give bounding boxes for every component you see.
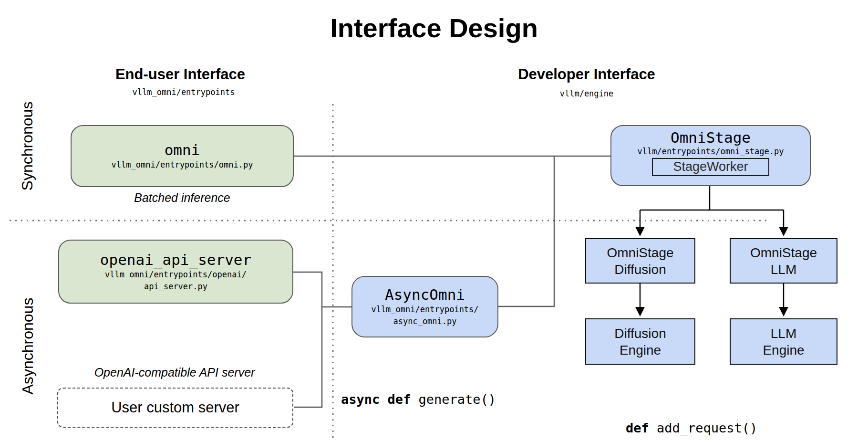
omnistage-diffusion-line2: Diffusion — [614, 261, 666, 278]
node-stage-worker: StageWorker — [652, 158, 769, 176]
llm-engine-line1: LLM — [771, 325, 796, 342]
code-rest: generate() — [411, 392, 496, 407]
node-diffusion-engine: Diffusion Engine — [585, 318, 695, 365]
node-openai-api-server: openai_api_server vllm_omni/entrypoints/… — [58, 240, 293, 304]
code-line: def add_request() — [626, 419, 773, 437]
omni-path: vllm_omni/entrypoints/omni.py — [112, 159, 253, 171]
omni-stage-title: OmniStage — [671, 129, 751, 147]
async-omni-title: AsyncOmni — [385, 286, 465, 304]
row-label-synchronous: Synchronous — [18, 88, 37, 204]
page-title: Interface Design — [0, 12, 868, 43]
llm-engine-line2: Engine — [763, 342, 804, 358]
code-keyword: def — [626, 421, 649, 435]
omni-stage-path: vllm/entrypoints/omni_stage.py — [637, 147, 784, 156]
node-omni: omni vllm_omni/entrypoints/omni.py — [71, 125, 294, 187]
column-header-developer: Developer Interface — [467, 66, 706, 83]
code-rest: add_request() — [649, 421, 758, 435]
stage-worker-label: StageWorker — [673, 159, 748, 174]
column-header-end-user: End-user Interface — [61, 66, 300, 83]
openai-path-line2: api_server.py — [144, 281, 207, 293]
node-async-omni: AsyncOmni vllm_omni/entrypoints/ async_o… — [351, 276, 498, 337]
node-llm-engine: LLM Engine — [730, 318, 837, 365]
node-omnistage-llm: OmniStage LLM — [730, 238, 837, 284]
diagram-canvas: Interface Design End-user Interface vllm… — [0, 0, 868, 442]
caption-batched-inference: Batched inference — [71, 191, 294, 205]
connector-asyncomni-to-omnistage-line — [498, 157, 554, 306]
caption-openai-compatible: OpenAI-compatible API server — [55, 366, 294, 379]
async-code-block: async def generate() async def abort() +… — [341, 353, 527, 442]
omnistage-llm-line1: OmniStage — [750, 244, 817, 261]
openai-title: openai_api_server — [100, 251, 251, 269]
def-code-block: def add_request() def abort_request() de… — [626, 381, 773, 442]
openai-path-line1: vllm_omni/entrypoints/openai/ — [105, 269, 247, 281]
node-omni-stage: OmniStage vllm/entrypoints/omni_stage.py… — [610, 125, 811, 186]
async-omni-path-line2: async_omni.py — [393, 316, 456, 327]
omnistage-diffusion-line1: OmniStage — [607, 244, 673, 261]
column-path-end-user: vllm_omni/entrypoints — [64, 87, 303, 97]
omnistage-llm-line2: LLM — [771, 261, 796, 278]
code-line: async def generate() — [341, 390, 527, 409]
row-label-asynchronous: Asynchronous — [18, 284, 37, 408]
column-path-developer: vllm/engine — [467, 89, 706, 98]
code-keyword: async def — [341, 392, 411, 407]
connector-openai-to-usercustom — [293, 272, 322, 407]
diffusion-engine-line1: Diffusion — [614, 325, 666, 342]
user-custom-server-label: User custom server — [111, 399, 239, 416]
diffusion-engine-line2: Engine — [620, 342, 661, 358]
async-omni-path-line1: vllm_omni/entrypoints/ — [371, 304, 478, 316]
node-omnistage-diffusion: OmniStage Diffusion — [585, 238, 695, 284]
omni-title: omni — [165, 141, 200, 159]
node-user-custom-server: User custom server — [57, 388, 293, 428]
